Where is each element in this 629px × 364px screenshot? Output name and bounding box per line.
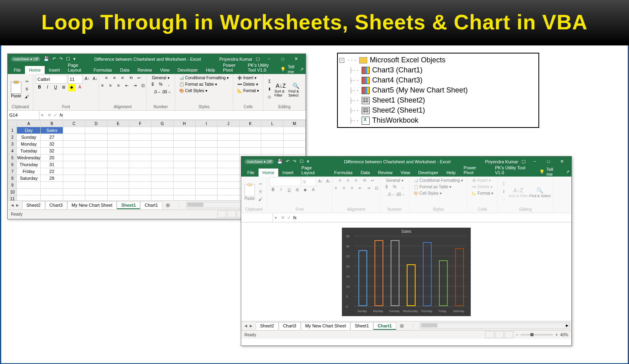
cell[interactable]: 27 <box>41 134 63 141</box>
row-header[interactable]: 9 <box>8 182 17 189</box>
ribbon-tab-formulas[interactable]: Formulas <box>330 169 357 177</box>
italic-button[interactable]: I <box>44 84 51 91</box>
decrease-indent-icon[interactable]: ⇤ <box>123 82 130 90</box>
merge-icon[interactable]: ⊡ <box>139 82 147 90</box>
cell[interactable] <box>173 195 195 201</box>
horizontal-scrollbar[interactable]: ◄► <box>420 323 570 329</box>
ribbon-tab-view[interactable]: View <box>156 66 174 74</box>
row-header[interactable]: 7 <box>8 168 17 175</box>
cell[interactable] <box>283 148 306 154</box>
maximize-button[interactable]: □ <box>542 159 555 164</box>
cell[interactable] <box>151 189 173 195</box>
column-header[interactable]: J <box>217 120 240 127</box>
bold-button[interactable]: B <box>36 84 43 91</box>
cell[interactable] <box>261 127 283 134</box>
cell[interactable] <box>239 127 261 134</box>
currency-icon[interactable]: $ <box>149 81 156 88</box>
cell[interactable] <box>107 148 129 154</box>
format-cells-button[interactable]: 📐 Format ▾ <box>470 190 495 196</box>
cell[interactable] <box>129 127 151 134</box>
increase-font-icon[interactable]: A↑ <box>83 76 91 83</box>
column-header[interactable]: C <box>63 120 85 127</box>
cell[interactable]: Saturday <box>17 175 41 182</box>
cell[interactable] <box>41 195 63 201</box>
cell[interactable] <box>129 148 151 154</box>
ribbon-tab-file[interactable]: File <box>243 169 259 177</box>
cell[interactable] <box>173 148 195 154</box>
ribbon-tab-review[interactable]: Review <box>133 66 156 74</box>
cell[interactable] <box>217 161 240 168</box>
sheet-tab-mynewchartsheet[interactable]: My New Chart Sheet <box>301 322 350 330</box>
cell[interactable] <box>195 168 217 175</box>
cell[interactable] <box>63 148 85 154</box>
save-icon[interactable]: 💾 <box>43 56 49 62</box>
ribbon-tab-developer[interactable]: Developer <box>414 169 442 177</box>
cell[interactable] <box>107 141 129 148</box>
cell[interactable] <box>107 175 129 182</box>
comma-icon[interactable]: , <box>165 81 172 88</box>
cut-icon[interactable]: ✂ <box>23 78 31 86</box>
normal-view-icon[interactable] <box>485 331 494 338</box>
cancel-icon[interactable]: ✕ <box>281 215 285 220</box>
font-size-select[interactable] <box>68 75 83 84</box>
tab-nav[interactable]: ◄► <box>241 323 256 328</box>
normal-view-icon[interactable] <box>217 210 226 218</box>
sheet-tab-chart3[interactable]: Chart3 <box>45 202 67 209</box>
ribbon-tab-home[interactable]: Home <box>25 66 45 74</box>
cell[interactable] <box>63 134 85 141</box>
number-format-select[interactable]: General ▾ <box>150 75 171 81</box>
sheet-tab-mynewchartsheet[interactable]: My New Chart Sheet <box>67 202 117 209</box>
cell[interactable] <box>85 154 107 161</box>
ribbon-tab-pksutilitytoolv[interactable]: PK's Utility Tool V1.0 <box>491 164 539 177</box>
cell[interactable] <box>151 175 173 182</box>
cell-styles-button[interactable]: 🎨 Cell Styles ▾ <box>178 88 209 94</box>
ribbon-tab-pagelayout[interactable]: Page Layout <box>64 61 90 74</box>
decrease-decimal-icon[interactable]: .00→ <box>161 89 168 96</box>
align-center-icon[interactable]: ≡ <box>107 82 114 90</box>
cell[interactable] <box>173 168 195 175</box>
cell[interactable]: Sunday <box>17 134 41 141</box>
column-header[interactable]: F <box>129 120 151 127</box>
cell[interactable]: Friday <box>17 168 41 175</box>
formula-bar[interactable] <box>299 214 569 221</box>
cell[interactable] <box>283 134 306 141</box>
cell[interactable] <box>217 127 240 134</box>
cell[interactable]: 22 <box>41 168 63 175</box>
cell[interactable] <box>107 127 129 134</box>
column-header[interactable]: A <box>17 120 41 127</box>
tree-item[interactable]: ├··ThisWorkbook <box>339 115 537 125</box>
clear-icon[interactable]: ◇ <box>266 94 273 101</box>
cell[interactable]: 28 <box>41 175 63 182</box>
cell[interactable] <box>17 182 41 189</box>
cell[interactable] <box>85 134 107 141</box>
increase-decimal-icon[interactable]: .0→ <box>153 89 160 96</box>
cell[interactable] <box>195 148 217 154</box>
chart-bar[interactable] <box>391 240 399 306</box>
cell[interactable] <box>173 154 195 161</box>
cell[interactable] <box>129 161 151 168</box>
cell[interactable] <box>85 127 107 134</box>
wrap-text-icon[interactable]: ↩ <box>135 75 143 82</box>
orientation-icon[interactable]: ⟲ <box>127 75 134 82</box>
save-icon[interactable]: 💾 <box>277 159 283 164</box>
ribbon-tab-review[interactable]: Review <box>374 169 397 177</box>
column-header[interactable]: L <box>261 120 283 127</box>
cell[interactable] <box>63 189 85 195</box>
format-as-table-button[interactable]: 📋 Format as Table ▾ <box>178 81 219 87</box>
cell[interactable] <box>217 154 240 161</box>
cell[interactable] <box>63 127 85 134</box>
cell[interactable] <box>239 141 261 148</box>
cell[interactable] <box>195 189 217 195</box>
cell[interactable] <box>195 182 217 189</box>
cell[interactable]: 32 <box>41 148 63 154</box>
cell[interactable] <box>41 189 63 195</box>
fx-icon[interactable]: fx <box>60 113 63 117</box>
row-header[interactable]: 11 <box>8 195 17 201</box>
chart-bar[interactable] <box>455 248 464 306</box>
increase-indent-icon[interactable]: ⇥ <box>131 82 139 90</box>
cell[interactable] <box>173 182 195 189</box>
ribbon-tab-data[interactable]: Data <box>357 169 374 177</box>
cell[interactable] <box>195 134 217 141</box>
column-header[interactable]: H <box>173 120 195 127</box>
row-header[interactable]: 1 <box>8 127 17 134</box>
